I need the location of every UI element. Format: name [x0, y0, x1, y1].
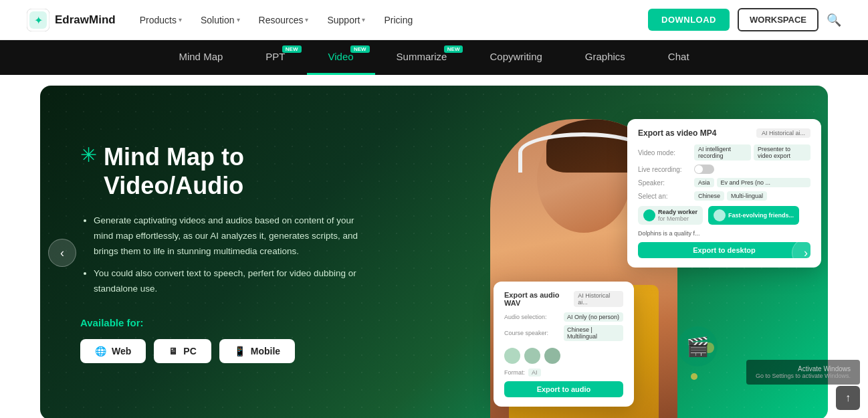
solution-label: Solution	[201, 15, 235, 25]
wav-label-2: Course speaker:	[504, 330, 561, 336]
export-wav-button[interactable]: Export to audio	[504, 381, 623, 397]
film-reel-icon: 🎬	[677, 326, 718, 367]
tab-video-label: Video	[328, 51, 354, 62]
card-val-3a: Asia	[694, 178, 714, 187]
wav-avatar-row	[504, 348, 623, 364]
hero-bullet-1: Generate captivating videos and audios b…	[94, 213, 361, 259]
card-row-4: Select an: Chinese Multi-lingual	[638, 191, 810, 201]
hero-section: ✳ Mind Map to Video/Audio Generate capti…	[40, 86, 828, 418]
card-val-3b: Ev and Pres (no ...	[717, 178, 810, 187]
card-row-2: Live recording:	[638, 165, 810, 174]
download-button[interactable]: DOWNLOAD	[648, 9, 730, 31]
platform-mobile-button[interactable]: 📱 Mobile	[219, 339, 295, 363]
tab-graphics[interactable]: Graphics	[564, 40, 647, 75]
tab-video-badge: NEW	[350, 45, 370, 53]
platform-pc-button[interactable]: 🖥 PC	[154, 339, 211, 363]
avatar-1	[504, 348, 520, 364]
tab-video[interactable]: Video NEW	[307, 40, 375, 75]
workspace-button[interactable]: WORKSPACE	[738, 8, 819, 31]
card-row-3: Speaker: Asia Ev and Pres (no ...	[638, 178, 810, 187]
nav-item-pricing[interactable]: Pricing	[376, 11, 421, 29]
tab-mindmap-label: Mind Map	[179, 51, 223, 62]
avatar-2	[524, 348, 540, 364]
tab-copywriting-label: Copywriting	[490, 51, 542, 62]
svg-text:✦: ✦	[34, 15, 43, 26]
nav-item-products[interactable]: Products ▾	[132, 11, 190, 29]
card-toggle[interactable]	[694, 165, 714, 174]
wav-export-row: Format: AI	[504, 369, 623, 376]
hero-title: Mind Map to Video/Audio	[104, 142, 361, 200]
tab-chat[interactable]: Chat	[647, 40, 711, 75]
tab-summarize-badge: NEW	[444, 45, 463, 53]
speaker-item-1: Ready workerfor Member	[638, 206, 703, 225]
wav-row-1: Audio selection: AI Only (no person)	[504, 312, 623, 322]
tab-ppt[interactable]: PPT NEW	[244, 40, 306, 75]
tab-mindmap[interactable]: Mind Map	[157, 40, 244, 75]
products-chevron: ▾	[179, 16, 182, 23]
support-chevron: ▾	[362, 16, 365, 23]
available-label: Available for:	[80, 317, 361, 328]
solution-chevron: ▾	[237, 16, 240, 23]
tab-ppt-badge: NEW	[282, 45, 302, 53]
mobile-icon: 📱	[234, 346, 245, 356]
support-label: Support	[327, 15, 360, 25]
scroll-top-icon: ↑	[845, 392, 851, 404]
card-label-3: Speaker:	[638, 179, 691, 187]
speaker-item-2: Fast-evolving friends...	[708, 206, 799, 225]
pc-icon: 🖥	[169, 346, 178, 356]
nav-item-solution[interactable]: Solution ▾	[193, 11, 248, 29]
card-export-wav: Export as audio WAV AI Historical ai... …	[494, 282, 634, 407]
wav-val-1: AI Only (no person)	[564, 312, 623, 322]
card-val-1a: AI intelligent recording	[694, 144, 751, 161]
speaker-list: Ready workerfor Member Fast-evolving fri…	[638, 206, 810, 225]
tab-copywriting[interactable]: Copywriting	[468, 40, 563, 75]
carousel-next-button[interactable]: ›	[792, 239, 820, 267]
watermark-line2: Go to Settings to activate Windows.	[756, 373, 851, 379]
tab-summarize[interactable]: Summarize NEW	[375, 40, 469, 75]
web-label: Web	[112, 346, 131, 356]
wav-row-2: Course speaker: Chinese | Multilingual	[504, 325, 623, 341]
card-val-1b: Presenter to video export	[754, 144, 810, 161]
speaker-item-3: Dolphins is a quality f...	[638, 230, 810, 237]
hero-title-area: ✳ Mind Map to Video/Audio	[80, 142, 361, 200]
card-val-4b: Multi-lingual	[727, 191, 767, 201]
resources-chevron: ▾	[305, 16, 308, 23]
tab-nav: Mind Map PPT NEW Video NEW Summarize NEW…	[0, 40, 868, 75]
card-mp4-header: Export as video MP4 AI Historical ai...	[638, 128, 810, 138]
windows-watermark: Activate Windows Go to Settings to activ…	[746, 360, 860, 385]
nav-item-resources[interactable]: Resources ▾	[251, 11, 317, 29]
nav-items: Products ▾ Solution ▾ Resources ▾ Suppor…	[132, 11, 648, 29]
card-wav-badge: AI Historical ai...	[574, 291, 623, 307]
card-wav-title: Export as audio WAV	[504, 291, 574, 307]
logo-area[interactable]: ✦ EdrawMind	[27, 9, 116, 31]
hero-bullets: Generate captivating videos and audios b…	[80, 213, 361, 297]
avatar-3	[544, 348, 560, 364]
card-row-1: Video mode: AI intelligent recording Pre…	[638, 144, 810, 161]
nav-item-support[interactable]: Support ▾	[319, 11, 373, 29]
tab-ppt-label: PPT	[265, 51, 285, 62]
card-mp4-badge: AI Historical ai...	[756, 128, 810, 138]
card-val-4a: Chinese	[694, 191, 724, 201]
tab-graphics-label: Graphics	[585, 51, 625, 62]
prev-arrow-icon: ‹	[60, 246, 64, 260]
tab-chat-label: Chat	[668, 51, 689, 62]
hero-title-icon: ✳	[80, 145, 97, 165]
card-label-4: Select an:	[638, 193, 691, 200]
wav-val-2: Chinese | Multilingual	[564, 325, 623, 341]
deco-dot-yellow-2	[691, 373, 697, 380]
nav-actions: DOWNLOAD WORKSPACE 🔍	[648, 8, 841, 31]
platform-web-button[interactable]: 🌐 Web	[80, 339, 146, 363]
pricing-label: Pricing	[384, 15, 413, 25]
next-arrow-icon: ›	[804, 246, 808, 260]
platform-buttons: 🌐 Web 🖥 PC 📱 Mobile	[80, 339, 361, 363]
web-icon: 🌐	[95, 346, 106, 356]
search-button[interactable]: 🔍	[827, 13, 841, 27]
scroll-top-button[interactable]: ↑	[836, 386, 860, 410]
carousel-prev-button[interactable]: ‹	[48, 239, 76, 267]
card-mp4-title: Export as video MP4	[638, 128, 716, 138]
search-icon: 🔍	[827, 13, 841, 27]
export-mp4-button[interactable]: Export to desktop	[638, 242, 810, 258]
top-nav: ✦ EdrawMind Products ▾ Solution ▾ Resour…	[0, 0, 868, 40]
wav-format-label: Format: AI	[504, 369, 541, 376]
resources-label: Resources	[259, 15, 304, 25]
